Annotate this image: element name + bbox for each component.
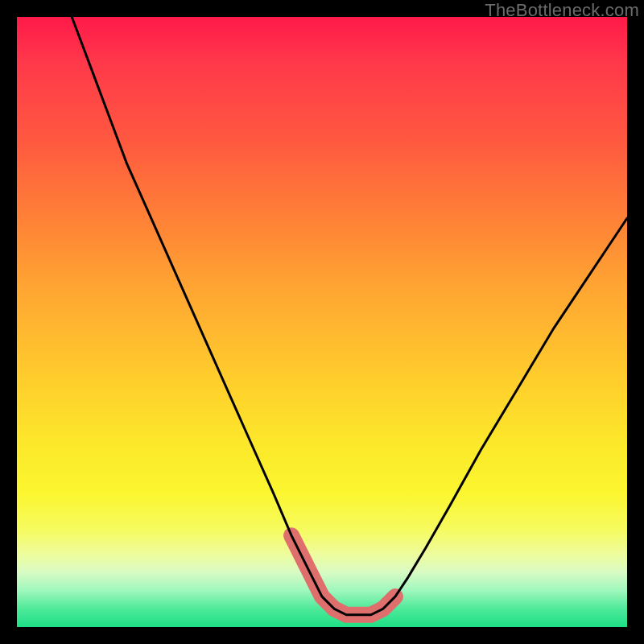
- curve-path: [72, 17, 627, 615]
- curve-layer: [17, 17, 627, 627]
- highlight-band: [291, 535, 395, 615]
- plot-area: [17, 17, 627, 627]
- watermark-text: TheBottleneck.com: [485, 0, 639, 21]
- chart-frame: TheBottleneck.com: [0, 0, 644, 644]
